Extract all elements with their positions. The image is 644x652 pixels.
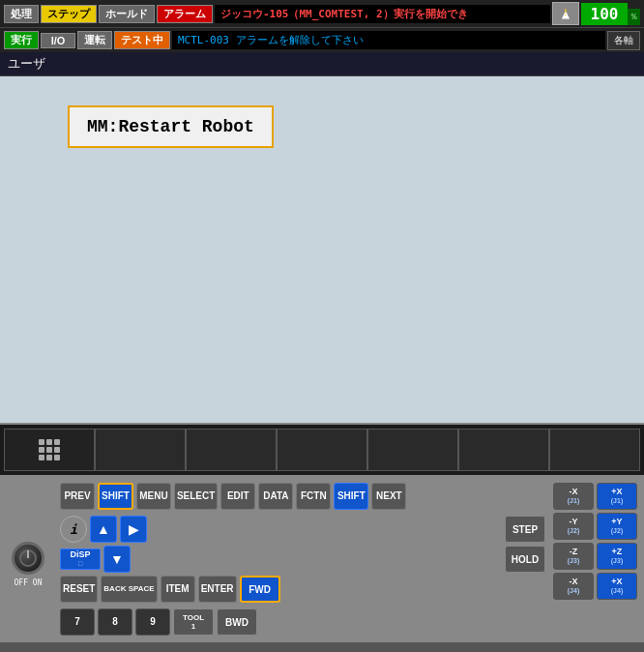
next-button[interactable]: NEXT bbox=[371, 483, 406, 510]
second-bar: 実行 I/O 運転 テスト中 MCTL-003 アラームを解除して下さい 各軸 bbox=[0, 27, 644, 52]
nav-btn-5[interactable] bbox=[367, 429, 458, 471]
nav-btn-2[interactable] bbox=[95, 429, 186, 471]
step-kb-button[interactable]: STEP bbox=[505, 516, 545, 543]
bwd-button[interactable]: BWD bbox=[217, 608, 257, 636]
axis-j2-row: -Y (J2) +Y (J2) bbox=[553, 513, 640, 540]
nav-btn-6[interactable] bbox=[458, 429, 549, 471]
user-label: ユーザ bbox=[8, 56, 45, 71]
second-alarm-message: MCTL-003 アラームを解除して下さい bbox=[172, 31, 605, 49]
kb-row-5: 7 8 9 TOOL 1 BWD bbox=[60, 608, 545, 636]
execute-button[interactable]: 実行 bbox=[4, 31, 39, 49]
keyboard-main: PREV SHIFT MENU SELECT EDIT DATA FCTN SH… bbox=[60, 483, 545, 638]
keyboard-section: OFF ON PREV SHIFT MENU SELECT EDIT DATA … bbox=[0, 475, 644, 642]
tool1-label-bot: 1 bbox=[191, 622, 195, 631]
top-bar: 処理 ステップ ホールド アラーム ジッコウ-105（MM_COMTEST, 2… bbox=[0, 0, 644, 27]
axis-j3-row: -Z (J3) +Z (J3) bbox=[553, 543, 640, 570]
num8-button[interactable]: 8 bbox=[98, 608, 132, 636]
item-button[interactable]: ITEM bbox=[161, 576, 195, 603]
process-button[interactable]: 処理 bbox=[4, 5, 39, 23]
menu-button[interactable]: MENU bbox=[136, 483, 171, 510]
kb-row-1: PREV SHIFT MENU SELECT EDIT DATA FCTN SH… bbox=[60, 483, 545, 510]
alarm-button[interactable]: アラーム bbox=[157, 5, 213, 23]
axis-xneg-j1[interactable]: -X (J1) bbox=[553, 483, 594, 510]
program-text: MM:Restart Robot bbox=[87, 117, 254, 136]
arrow-right-button[interactable]: ▶ bbox=[120, 516, 147, 543]
shift-button-left[interactable]: SHIFT bbox=[98, 483, 133, 510]
shift-button-right[interactable]: SHIFT bbox=[334, 483, 368, 510]
axis-xneg-j4[interactable]: -X (J4) bbox=[553, 573, 594, 600]
arrow-area: ▲ bbox=[90, 516, 117, 543]
axis-ypos-j2[interactable]: +Y (J2) bbox=[597, 513, 637, 540]
nav-grid-button[interactable] bbox=[4, 429, 95, 471]
info-circle-button[interactable]: i bbox=[60, 516, 87, 543]
info-icon[interactable]: ▲! bbox=[552, 2, 579, 25]
user-bar: ユーザ bbox=[0, 52, 644, 76]
axes-button[interactable]: 各軸 bbox=[607, 31, 640, 50]
percent-display: 100 bbox=[581, 3, 628, 25]
num7-button[interactable]: 7 bbox=[60, 608, 95, 636]
fwd-button[interactable]: FWD bbox=[240, 576, 280, 603]
axis-zpos-j3[interactable]: +Z (J3) bbox=[597, 543, 637, 570]
offon-label: OFF ON bbox=[15, 578, 43, 587]
tool1-label-top: TOOL bbox=[183, 613, 204, 622]
axis-panel: -X (J1) +X (J1) -Y (J2) +Y (J2) -Z (J3) bbox=[553, 483, 640, 638]
select-button[interactable]: SELECT bbox=[174, 483, 218, 510]
arrow-right-area: ▶ bbox=[120, 516, 147, 543]
alarm-message: ジッコウ-105（MM_COMTEST, 2）実行を開始でき bbox=[215, 5, 550, 23]
grid-icon bbox=[39, 439, 60, 460]
program-box: MM:Restart Robot bbox=[68, 105, 274, 148]
axis-xpos-j4[interactable]: +X (J4) bbox=[597, 573, 637, 600]
axis-zneg-j3[interactable]: -Z (J3) bbox=[553, 543, 594, 570]
arrow-up-button[interactable]: ▲ bbox=[90, 516, 117, 543]
kb-row-2: i ▲ ▶ STEP bbox=[60, 516, 545, 543]
run-button[interactable]: 運転 bbox=[77, 31, 112, 49]
enter-button[interactable]: ENTER bbox=[198, 576, 237, 603]
reset-button[interactable]: RESET bbox=[60, 576, 98, 603]
backspace-button[interactable]: BACK SPACE bbox=[101, 576, 157, 603]
main-display: MM:Restart Robot bbox=[0, 76, 644, 425]
edit-button[interactable]: EDIT bbox=[220, 483, 255, 510]
test-button[interactable]: テスト中 bbox=[114, 31, 170, 49]
axis-j1-row: -X (J1) +X (J1) bbox=[553, 483, 640, 510]
nav-btn-3[interactable] bbox=[186, 429, 277, 471]
nav-btn-4[interactable] bbox=[277, 429, 367, 471]
fctn-button[interactable]: FCTN bbox=[296, 483, 331, 510]
kb-row-3: DiSP □ ▼ HOLD bbox=[60, 546, 545, 573]
io-button[interactable]: I/O bbox=[41, 33, 75, 48]
disp-button[interactable]: DiSP □ bbox=[60, 548, 101, 570]
spacer bbox=[150, 516, 502, 543]
disp-sublabel: □ bbox=[78, 560, 82, 568]
percent-sign: ％ bbox=[628, 9, 640, 25]
axis-yneg-j2[interactable]: -Y (J2) bbox=[553, 513, 594, 540]
tool1-button[interactable]: TOOL 1 bbox=[173, 608, 214, 636]
hold-kb-button[interactable]: HOLD bbox=[505, 546, 545, 573]
nav-bar bbox=[0, 425, 644, 475]
disp-label: DiSP bbox=[70, 550, 90, 560]
axis-xpos-j1[interactable]: +X (J1) bbox=[597, 483, 637, 510]
prev-button[interactable]: PREV bbox=[60, 483, 95, 510]
offon-icon[interactable] bbox=[12, 542, 44, 575]
left-panel: OFF ON bbox=[4, 483, 52, 638]
kb-row-4: RESET BACK SPACE ITEM ENTER FWD bbox=[60, 576, 545, 603]
step-button[interactable]: ステップ bbox=[41, 5, 97, 23]
data-button[interactable]: DATA bbox=[258, 483, 293, 510]
axis-j4-row: -X (J4) +X (J4) bbox=[553, 573, 640, 600]
arrow-down-button[interactable]: ▼ bbox=[103, 546, 131, 573]
nav-btn-7[interactable] bbox=[549, 429, 640, 471]
info-area: i bbox=[60, 516, 87, 543]
num9-button[interactable]: 9 bbox=[135, 608, 170, 636]
hold-button[interactable]: ホールド bbox=[99, 5, 155, 23]
